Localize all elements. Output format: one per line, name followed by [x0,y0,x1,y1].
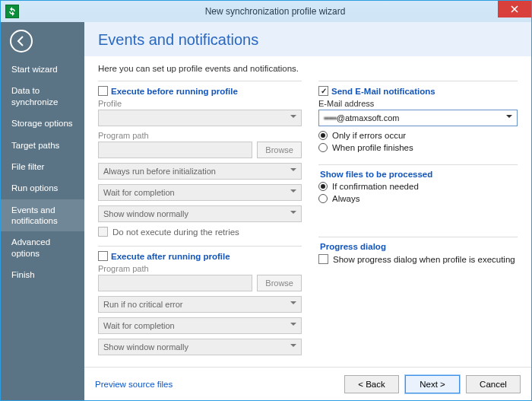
cancel-button[interactable]: Cancel [466,375,521,393]
before-program-label: Program path [98,131,302,140]
email-checkbox[interactable]: ✓ [318,86,328,96]
show-files-title: Show files to be processed [320,170,432,179]
before-skip-retries-label: Do not execute during the retries [112,228,239,237]
group-exec-before: Execute before running profile Profile P… [98,81,302,240]
showfiles-always-label: Always [332,194,359,203]
email-only-errors-label: Only if errors occur [332,131,406,140]
before-browse-button[interactable]: Browse [257,142,302,158]
email-title: Send E-Mail notifications [331,87,435,96]
wizard-window: New synchronization profile wizard Start… [0,0,532,401]
page-title: Events and notifications [98,31,518,49]
before-profile-combo[interactable] [98,110,302,126]
app-sync-icon [5,5,19,18]
close-button[interactable] [498,1,531,18]
wizard-sidebar: Start wizard Data to synchronize Storage… [1,22,84,400]
group-email: ✓ Send E-Mail notifications E-Mail addre… [318,81,518,155]
progress-show-label: Show progress dialog when profile is exe… [333,255,515,264]
window-title: New synchronization profile wizard [19,6,531,17]
after-program-label: Program path [98,264,302,273]
email-local-part: ••••• [324,113,337,123]
sidebar-item-advanced[interactable]: Advanced options [1,231,84,264]
sidebar-item-data[interactable]: Data to synchronize [1,80,84,113]
back-icon[interactable] [10,30,33,53]
progress-title: Progress dialog [320,242,386,251]
group-show-files: Show files to be processed If confirmati… [318,164,518,206]
showfiles-confirm-label: If confirmation needed [332,182,419,191]
back-button[interactable]: < Back [344,375,399,393]
email-domain-part: @atmaxsoft.com [337,113,400,123]
before-wait-combo[interactable]: Wait for completion [98,184,302,201]
after-when-combo[interactable]: Run if no critical error [98,296,302,313]
email-only-errors-radio[interactable] [318,131,328,140]
showfiles-always-radio[interactable] [318,194,328,203]
after-browse-button[interactable]: Browse [257,275,302,291]
email-addr-label: E-Mail address [318,99,518,108]
next-button[interactable]: Next > [405,375,460,393]
before-program-field[interactable] [98,142,252,158]
sidebar-item-events[interactable]: Events and notifications [1,199,84,232]
before-show-combo[interactable]: Show window normally [98,205,302,222]
sidebar-item-run[interactable]: Run options [1,177,84,199]
titlebar: New synchronization profile wizard [1,1,531,22]
exec-after-title: Execute after running profile [111,252,230,261]
exec-before-checkbox[interactable] [98,86,108,96]
preview-link[interactable]: Preview source files [95,380,173,389]
sidebar-item-storage[interactable]: Storage options [1,113,84,134]
sidebar-item-filter[interactable]: File filter [1,156,84,177]
after-wait-combo[interactable]: Wait for completion [98,317,302,334]
intro-text: Here you can set up profile events and n… [98,64,518,73]
before-skip-retries-checkbox[interactable] [98,227,108,237]
group-exec-after: Execute after running profile Program pa… [98,246,302,360]
showfiles-confirm-radio[interactable] [318,182,328,191]
before-profile-label: Profile [98,99,302,108]
email-addr-combo[interactable]: ••••• @atmaxsoft.com [318,110,518,126]
footer: Preview source files < Back Next > Cance… [84,367,531,400]
exec-before-title: Execute before running profile [111,87,238,96]
group-progress: Progress dialog Show progress dialog whe… [318,237,518,267]
after-program-field[interactable] [98,275,252,291]
page-header: Events and notifications [84,22,531,56]
exec-after-checkbox[interactable] [98,251,108,261]
progress-show-checkbox[interactable] [318,254,328,264]
sidebar-item-start[interactable]: Start wizard [1,59,84,80]
after-show-combo[interactable]: Show window normally [98,339,302,355]
sidebar-item-finish[interactable]: Finish [1,264,84,285]
email-when-finishes-label: When profile finishes [332,143,413,152]
sidebar-item-target[interactable]: Target paths [1,135,84,156]
email-when-finishes-radio[interactable] [318,143,328,152]
before-when-combo[interactable]: Always run before initialization [98,163,302,180]
